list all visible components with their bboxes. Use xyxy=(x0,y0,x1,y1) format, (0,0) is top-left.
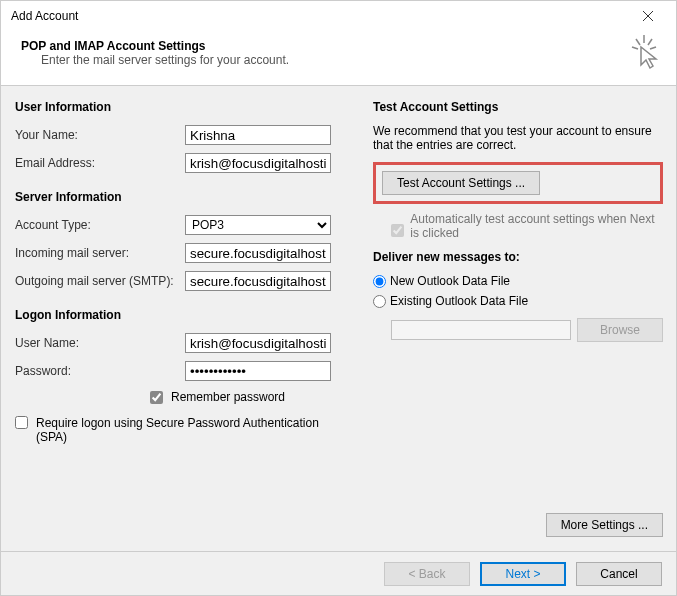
field-incoming: Incoming mail server: xyxy=(15,242,355,264)
email-input[interactable] xyxy=(185,153,331,173)
auto-test-label: Automatically test account settings when… xyxy=(410,212,660,240)
logon-info-heading: Logon Information xyxy=(15,308,355,322)
auto-test-checkbox xyxy=(391,224,404,237)
email-label: Email Address: xyxy=(15,156,185,170)
auto-test-row: Automatically test account settings when… xyxy=(387,212,663,240)
outgoing-input[interactable] xyxy=(185,271,331,291)
dialog-footer: < Back Next > Cancel xyxy=(1,551,676,595)
svg-line-6 xyxy=(650,47,656,49)
account-type-select[interactable]: POP3 xyxy=(185,215,331,235)
cursor-click-icon xyxy=(626,35,662,71)
existing-data-file-radio[interactable] xyxy=(373,295,386,308)
new-data-file-label: New Outlook Data File xyxy=(390,274,510,288)
username-input[interactable] xyxy=(185,333,331,353)
back-button: < Back xyxy=(384,562,470,586)
field-password: Password: xyxy=(15,360,355,382)
spa-checkbox[interactable] xyxy=(15,416,28,429)
deliver-radio-group: New Outlook Data File Existing Outlook D… xyxy=(373,274,663,342)
field-outgoing: Outgoing mail server (SMTP): xyxy=(15,270,355,292)
remember-password-label: Remember password xyxy=(171,390,285,404)
titlebar: Add Account xyxy=(1,1,676,31)
test-account-settings-button[interactable]: Test Account Settings ... xyxy=(382,171,540,195)
svg-line-5 xyxy=(632,47,638,49)
incoming-input[interactable] xyxy=(185,243,331,263)
remember-password-checkbox[interactable] xyxy=(150,391,163,404)
outgoing-label: Outgoing mail server (SMTP): xyxy=(15,274,185,288)
left-column: User Information Your Name: Email Addres… xyxy=(15,100,355,537)
svg-line-3 xyxy=(636,39,640,45)
window-title: Add Account xyxy=(11,9,626,23)
more-settings-button[interactable]: More Settings ... xyxy=(546,513,663,537)
test-settings-heading: Test Account Settings xyxy=(373,100,663,114)
existing-data-file-label: Existing Outlook Data File xyxy=(390,294,528,308)
header-title: POP and IMAP Account Settings xyxy=(21,39,656,53)
close-icon xyxy=(642,10,654,22)
spa-row: Require logon using Secure Password Auth… xyxy=(15,416,355,444)
header-subtitle: Enter the mail server settings for your … xyxy=(41,53,656,67)
password-label: Password: xyxy=(15,364,185,378)
server-info-heading: Server Information xyxy=(15,190,355,204)
dialog-header: POP and IMAP Account Settings Enter the … xyxy=(1,31,676,86)
new-data-file-radio[interactable] xyxy=(373,275,386,288)
your-name-label: Your Name: xyxy=(15,128,185,142)
right-column: Test Account Settings We recommend that … xyxy=(373,100,663,537)
username-label: User Name: xyxy=(15,336,185,350)
more-settings-row: More Settings ... xyxy=(373,453,663,537)
new-data-file-row: New Outlook Data File xyxy=(373,274,663,288)
remember-password-row: Remember password xyxy=(150,390,355,404)
user-info-heading: User Information xyxy=(15,100,355,114)
field-username: User Name: xyxy=(15,332,355,354)
svg-line-4 xyxy=(648,39,652,45)
existing-data-file-row: Existing Outlook Data File xyxy=(373,294,663,308)
test-settings-text: We recommend that you test your account … xyxy=(373,124,663,152)
password-input[interactable] xyxy=(185,361,331,381)
test-button-highlight: Test Account Settings ... xyxy=(373,162,663,204)
close-button[interactable] xyxy=(626,1,670,31)
account-type-label: Account Type: xyxy=(15,218,185,232)
existing-file-picker-row: Browse xyxy=(391,318,663,342)
existing-file-path-input xyxy=(391,320,571,340)
field-account-type: Account Type: POP3 xyxy=(15,214,355,236)
your-name-input[interactable] xyxy=(185,125,331,145)
browse-button: Browse xyxy=(577,318,663,342)
incoming-label: Incoming mail server: xyxy=(15,246,185,260)
deliver-heading: Deliver new messages to: xyxy=(373,250,663,264)
dialog-body: User Information Your Name: Email Addres… xyxy=(1,86,676,551)
add-account-dialog: Add Account POP and IMAP Account Setting… xyxy=(0,0,677,596)
cancel-button[interactable]: Cancel xyxy=(576,562,662,586)
next-button[interactable]: Next > xyxy=(480,562,566,586)
field-email: Email Address: xyxy=(15,152,355,174)
field-your-name: Your Name: xyxy=(15,124,355,146)
spa-label: Require logon using Secure Password Auth… xyxy=(36,416,336,444)
